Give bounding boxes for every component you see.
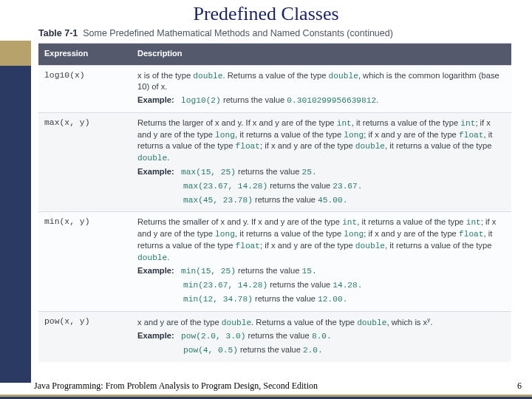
table-row: max(x, y) Returns the larger of x and y.… xyxy=(38,112,511,211)
table-row: pow(x, y) x and y are of the type double… xyxy=(38,311,511,362)
methods-table: Expression Description log10(x) x is of … xyxy=(38,43,511,362)
table-number: Table 7-1 xyxy=(38,28,78,38)
table-caption: Table 7-1 Some Predefined Mathematical M… xyxy=(0,27,532,43)
example-line: Example: log10(2) returns the value 0.30… xyxy=(137,95,505,106)
expression-cell: log10(x) xyxy=(38,66,132,112)
description-cell: Returns the smaller of x and y. If x and… xyxy=(132,212,511,310)
example-line: Example: min(15, 25) returns the value 1… xyxy=(137,265,505,277)
page-number: 6 xyxy=(517,381,522,392)
footer-decorative-band xyxy=(0,395,532,399)
table-header-row: Expression Description xyxy=(38,44,511,65)
col-description: Description xyxy=(132,44,511,65)
table-row: log10(x) x is of the type double. Return… xyxy=(38,65,511,112)
description-cell: x is of the type double. Returns a value… xyxy=(132,66,511,112)
example-line: max(23.67, 14.28) returns the value 23.6… xyxy=(183,180,505,192)
example-line: Example: pow(2.0, 3.0) returns the value… xyxy=(137,330,505,342)
table-row: min(x, y) Returns the smaller of x and y… xyxy=(38,211,511,310)
description-cell: Returns the larger of x and y. If x and … xyxy=(132,113,511,211)
col-expression: Expression xyxy=(38,44,132,65)
expression-cell: min(x, y) xyxy=(38,212,132,310)
example-line: Example: max(15, 25) returns the value 2… xyxy=(137,166,505,178)
expression-cell: max(x, y) xyxy=(38,113,132,211)
example-line: pow(4, 0.5) returns the value 2.0. xyxy=(183,344,505,356)
description-cell: x and y are of the type double. Returns … xyxy=(132,312,511,362)
example-line: min(12, 34.78) returns the value 12.00. xyxy=(183,293,505,305)
page-title: Predefined Classes xyxy=(0,0,532,27)
footer-text: Java Programming: From Problem Analysis … xyxy=(34,381,318,392)
example-line: max(45, 23.78) returns the value 45.00. xyxy=(183,194,505,206)
example-line: min(23.67, 14.28) returns the value 14.2… xyxy=(183,279,505,291)
left-decorative-stripe xyxy=(0,41,31,383)
table-caption-text: Some Predefined Mathematical Methods and… xyxy=(83,28,393,38)
expression-cell: pow(x, y) xyxy=(38,312,132,362)
